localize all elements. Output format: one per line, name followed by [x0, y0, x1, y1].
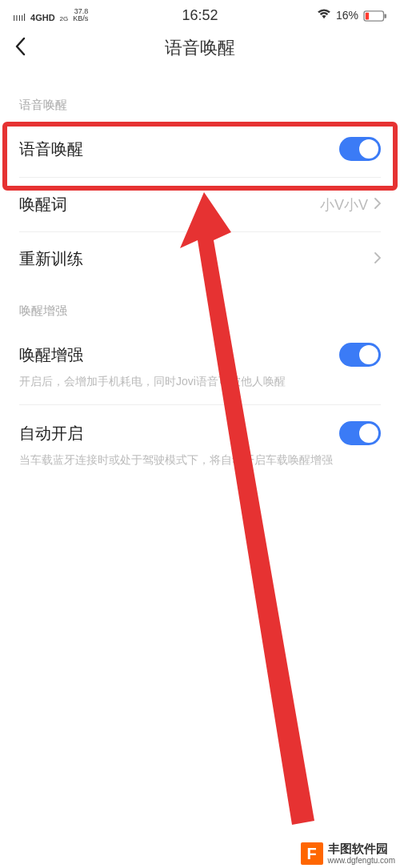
voice-wake-label: 语音唤醒 — [19, 139, 83, 160]
status-bar: ııııl 4GHD 2G 37.8 KB/s 16:52 16% — [0, 0, 400, 26]
enhance-label: 唤醒增强 — [19, 344, 83, 366]
status-right: 16% — [317, 9, 387, 22]
chevron-right-icon — [374, 251, 381, 267]
back-button[interactable] — [14, 37, 26, 59]
auto-on-desc: 当车载蓝牙连接时或处于驾驶模式下，将自动开启车载唤醒增强 — [0, 452, 400, 483]
wifi-icon — [317, 9, 331, 22]
wake-word-value: 小V小V — [320, 195, 381, 215]
battery-icon — [363, 9, 387, 22]
chevron-right-icon — [374, 196, 381, 213]
row-retrain[interactable]: 重新训练 — [0, 232, 400, 286]
row-wake-word[interactable]: 唤醒词 小V小V — [0, 178, 400, 231]
auto-on-toggle[interactable] — [339, 421, 381, 445]
wake-word-label: 唤醒词 — [19, 194, 67, 215]
network-secondary: 2G — [60, 16, 69, 22]
watermark-text: 丰图软件园 www.dgfengtu.com — [328, 842, 396, 865]
svg-rect-2 — [366, 13, 369, 20]
retrain-label: 重新训练 — [19, 248, 83, 270]
title-bar: 语音唤醒 — [0, 26, 400, 70]
status-left: ııııl 4GHD 2G 37.8 KB/s — [13, 8, 88, 22]
section-header-voice-wake: 语音唤醒 — [0, 80, 400, 121]
auto-on-label: 自动开启 — [19, 423, 83, 444]
watermark: F 丰图软件园 www.dgfengtu.com — [296, 839, 401, 868]
battery-percent: 16% — [336, 9, 358, 22]
network-primary: 4GHD — [30, 14, 55, 22]
status-time: 16:52 — [182, 7, 218, 24]
signal-icon: ııııl — [13, 13, 26, 22]
page-title: 语音唤醒 — [165, 36, 235, 60]
enhance-desc: 开启后，会增加手机耗电，同时Jovi语音可被他人唤醒 — [0, 373, 400, 404]
voice-wake-toggle[interactable] — [339, 137, 381, 161]
row-voice-wake[interactable]: 语音唤醒 — [0, 121, 400, 177]
network-speed: 37.8 KB/s — [73, 8, 88, 22]
svg-rect-1 — [384, 14, 386, 18]
section-header-enhance: 唤醒增强 — [0, 286, 400, 327]
watermark-logo: F — [301, 842, 323, 865]
content: 语音唤醒 语音唤醒 唤醒词 小V小V 重新训练 唤醒增强 唤醒增强 开启后，会增… — [0, 70, 400, 483]
enhance-toggle[interactable] — [339, 343, 381, 367]
